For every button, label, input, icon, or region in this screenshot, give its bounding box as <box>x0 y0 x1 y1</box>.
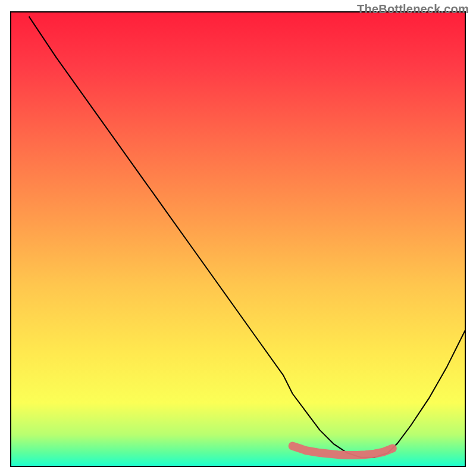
plot-background <box>11 12 465 466</box>
bottleneck-chart: TheBottleneck.com <box>0 0 476 476</box>
chart-canvas <box>0 0 476 476</box>
watermark-label: TheBottleneck.com <box>357 2 469 16</box>
